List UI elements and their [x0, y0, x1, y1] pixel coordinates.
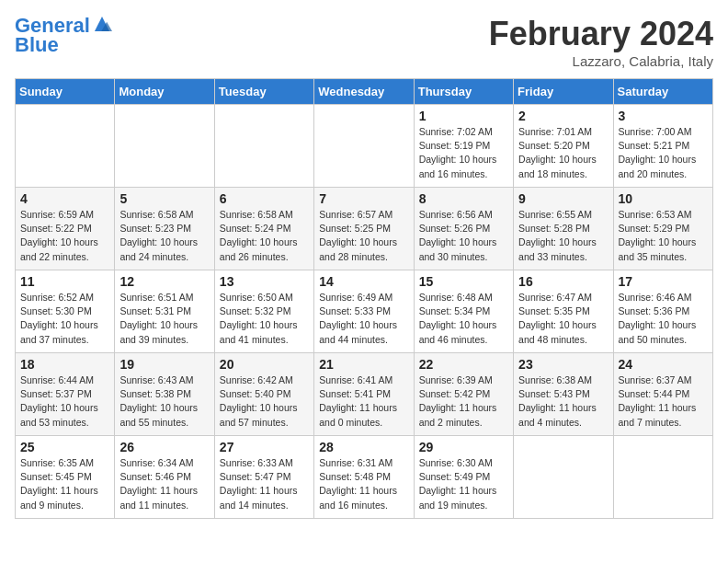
calendar-cell: 15Sunrise: 6:48 AM Sunset: 5:34 PM Dayli… [414, 270, 513, 353]
cell-info: Sunrise: 6:52 AM Sunset: 5:30 PM Dayligh… [20, 291, 109, 347]
calendar-cell: 27Sunrise: 6:33 AM Sunset: 5:47 PM Dayli… [214, 436, 313, 519]
cell-info: Sunrise: 6:57 AM Sunset: 5:25 PM Dayligh… [319, 208, 408, 264]
cell-info: Sunrise: 6:48 AM Sunset: 5:34 PM Dayligh… [419, 291, 508, 347]
calendar-cell [613, 436, 712, 519]
day-number: 28 [319, 440, 408, 454]
day-number: 16 [518, 274, 608, 289]
calendar-week-row: 4Sunrise: 6:59 AM Sunset: 5:22 PM Daylig… [16, 188, 713, 270]
calendar-cell: 21Sunrise: 6:41 AM Sunset: 5:41 PM Dayli… [314, 353, 414, 436]
calendar-cell: 17Sunrise: 6:46 AM Sunset: 5:36 PM Dayli… [613, 270, 712, 353]
calendar-cell: 28Sunrise: 6:31 AM Sunset: 5:48 PM Dayli… [314, 436, 414, 519]
calendar-cell [314, 105, 414, 188]
calendar-cell: 11Sunrise: 6:52 AM Sunset: 5:30 PM Dayli… [16, 270, 115, 353]
calendar-cell [514, 436, 613, 519]
cell-info: Sunrise: 6:50 AM Sunset: 5:32 PM Dayligh… [220, 291, 309, 347]
day-of-week-header: Wednesday [314, 79, 414, 105]
cell-info: Sunrise: 7:00 AM Sunset: 5:21 PM Dayligh… [619, 125, 708, 181]
calendar-cell: 4Sunrise: 6:59 AM Sunset: 5:22 PM Daylig… [16, 188, 115, 270]
calendar-cell: 24Sunrise: 6:37 AM Sunset: 5:44 PM Dayli… [613, 353, 712, 436]
day-number: 18 [20, 357, 109, 372]
cell-info: Sunrise: 6:39 AM Sunset: 5:42 PM Dayligh… [419, 373, 508, 430]
cell-info: Sunrise: 7:01 AM Sunset: 5:20 PM Dayligh… [518, 125, 608, 181]
cell-info: Sunrise: 6:34 AM Sunset: 5:46 PM Dayligh… [119, 456, 209, 512]
day-number: 19 [119, 357, 209, 372]
calendar-cell: 5Sunrise: 6:58 AM Sunset: 5:23 PM Daylig… [115, 188, 214, 270]
calendar-cell: 1Sunrise: 7:02 AM Sunset: 5:19 PM Daylig… [414, 105, 513, 188]
day-number: 29 [419, 440, 508, 454]
day-number: 26 [119, 440, 209, 454]
calendar-cell: 8Sunrise: 6:56 AM Sunset: 5:26 PM Daylig… [414, 188, 513, 270]
day-number: 11 [20, 274, 109, 289]
day-number: 21 [319, 357, 408, 372]
cell-info: Sunrise: 6:58 AM Sunset: 5:24 PM Dayligh… [220, 208, 309, 264]
calendar-cell: 23Sunrise: 6:38 AM Sunset: 5:43 PM Dayli… [514, 353, 613, 436]
cell-info: Sunrise: 6:47 AM Sunset: 5:35 PM Dayligh… [518, 291, 608, 347]
calendar-cell: 14Sunrise: 6:49 AM Sunset: 5:33 PM Dayli… [314, 270, 414, 353]
calendar-cell: 13Sunrise: 6:50 AM Sunset: 5:32 PM Dayli… [214, 270, 313, 353]
day-of-week-header: Friday [514, 79, 613, 105]
cell-info: Sunrise: 6:30 AM Sunset: 5:49 PM Dayligh… [419, 456, 508, 512]
day-number: 3 [619, 109, 708, 123]
calendar-cell: 6Sunrise: 6:58 AM Sunset: 5:24 PM Daylig… [214, 188, 313, 270]
calendar-week-row: 18Sunrise: 6:44 AM Sunset: 5:37 PM Dayli… [16, 353, 713, 436]
calendar-cell: 26Sunrise: 6:34 AM Sunset: 5:46 PM Dayli… [115, 436, 214, 519]
day-number: 6 [220, 191, 309, 206]
day-of-week-header: Saturday [613, 79, 712, 105]
cell-info: Sunrise: 6:37 AM Sunset: 5:44 PM Dayligh… [619, 373, 708, 430]
day-number: 24 [619, 357, 708, 372]
day-number: 22 [419, 357, 508, 372]
day-number: 25 [20, 440, 109, 454]
day-number: 1 [419, 109, 508, 123]
calendar-header-row: SundayMondayTuesdayWednesdayThursdayFrid… [16, 79, 713, 105]
day-number: 10 [619, 191, 708, 206]
cell-info: Sunrise: 6:51 AM Sunset: 5:31 PM Dayligh… [119, 291, 209, 347]
day-of-week-header: Tuesday [214, 79, 313, 105]
logo: General Blue [15, 15, 112, 57]
cell-info: Sunrise: 6:56 AM Sunset: 5:26 PM Dayligh… [419, 208, 508, 264]
calendar-week-row: 11Sunrise: 6:52 AM Sunset: 5:30 PM Dayli… [16, 270, 713, 353]
page-header: General Blue February 2024 Lazzaro, Cala… [15, 15, 713, 69]
day-number: 15 [419, 274, 508, 289]
calendar-cell: 2Sunrise: 7:01 AM Sunset: 5:20 PM Daylig… [514, 105, 613, 188]
day-number: 5 [119, 191, 209, 206]
cell-info: Sunrise: 6:33 AM Sunset: 5:47 PM Dayligh… [220, 456, 309, 512]
calendar-cell: 20Sunrise: 6:42 AM Sunset: 5:40 PM Dayli… [214, 353, 313, 436]
calendar-cell: 9Sunrise: 6:55 AM Sunset: 5:28 PM Daylig… [514, 188, 613, 270]
calendar-cell: 3Sunrise: 7:00 AM Sunset: 5:21 PM Daylig… [613, 105, 712, 188]
cell-info: Sunrise: 6:31 AM Sunset: 5:48 PM Dayligh… [319, 456, 408, 512]
calendar-cell: 12Sunrise: 6:51 AM Sunset: 5:31 PM Dayli… [115, 270, 214, 353]
day-number: 14 [319, 274, 408, 289]
calendar-cell: 7Sunrise: 6:57 AM Sunset: 5:25 PM Daylig… [314, 188, 414, 270]
cell-info: Sunrise: 6:46 AM Sunset: 5:36 PM Dayligh… [619, 291, 708, 347]
day-number: 7 [319, 191, 408, 206]
calendar-cell [214, 105, 313, 188]
calendar-cell: 22Sunrise: 6:39 AM Sunset: 5:42 PM Dayli… [414, 353, 513, 436]
calendar-cell: 19Sunrise: 6:43 AM Sunset: 5:38 PM Dayli… [115, 353, 214, 436]
calendar-cell: 29Sunrise: 6:30 AM Sunset: 5:49 PM Dayli… [414, 436, 513, 519]
cell-info: Sunrise: 6:43 AM Sunset: 5:38 PM Dayligh… [119, 373, 209, 430]
day-number: 13 [220, 274, 309, 289]
cell-info: Sunrise: 6:42 AM Sunset: 5:40 PM Dayligh… [220, 373, 309, 430]
day-of-week-header: Sunday [16, 79, 115, 105]
day-number: 4 [20, 191, 109, 206]
day-number: 2 [518, 109, 608, 123]
day-number: 8 [419, 191, 508, 206]
cell-info: Sunrise: 6:41 AM Sunset: 5:41 PM Dayligh… [319, 373, 408, 430]
cell-info: Sunrise: 6:53 AM Sunset: 5:29 PM Dayligh… [619, 208, 708, 264]
calendar-cell [16, 105, 115, 188]
cell-info: Sunrise: 7:02 AM Sunset: 5:19 PM Dayligh… [419, 125, 508, 181]
calendar-cell [115, 105, 214, 188]
calendar-table: SundayMondayTuesdayWednesdayThursdayFrid… [15, 78, 713, 519]
day-of-week-header: Thursday [414, 79, 513, 105]
calendar-cell: 16Sunrise: 6:47 AM Sunset: 5:35 PM Dayli… [514, 270, 613, 353]
cell-info: Sunrise: 6:49 AM Sunset: 5:33 PM Dayligh… [319, 291, 408, 347]
day-number: 20 [220, 357, 309, 372]
calendar-week-row: 1Sunrise: 7:02 AM Sunset: 5:19 PM Daylig… [16, 105, 713, 188]
cell-info: Sunrise: 6:35 AM Sunset: 5:45 PM Dayligh… [20, 456, 109, 512]
month-title: February 2024 [489, 15, 713, 53]
day-number: 12 [119, 274, 209, 289]
day-number: 23 [518, 357, 608, 372]
cell-info: Sunrise: 6:59 AM Sunset: 5:22 PM Dayligh… [20, 208, 109, 264]
calendar-week-row: 25Sunrise: 6:35 AM Sunset: 5:45 PM Dayli… [16, 436, 713, 519]
day-number: 27 [220, 440, 309, 454]
